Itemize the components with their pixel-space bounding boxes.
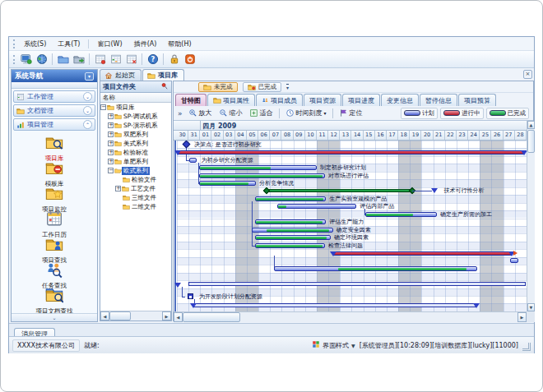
tab-项目属性[interactable]: 项目属性 xyxy=(207,94,255,106)
gantt-bar-plan[interactable] xyxy=(199,181,256,186)
nav-group-文档管理[interactable]: 文档管理⌄ xyxy=(13,104,95,117)
gantt-bar-plan[interactable] xyxy=(199,173,325,178)
gantt-时间刻度-button[interactable]: 时间刻度▾ xyxy=(283,108,329,118)
tree-expander-icon[interactable]: + xyxy=(108,159,114,164)
gantt-bar-plan[interactable] xyxy=(255,196,326,201)
scroll-up-icon[interactable]: ▲ xyxy=(527,121,535,129)
scroll-right-icon[interactable]: ▶ xyxy=(517,312,527,322)
tab-起始页[interactable]: 起始页 xyxy=(100,69,142,81)
gantt-bar-plan[interactable] xyxy=(510,258,518,263)
tab-变更信息[interactable]: 变更信息 xyxy=(381,94,419,106)
gantt-bar-summary-done[interactable] xyxy=(267,189,412,192)
gantt-定位-button[interactable]: 定位 xyxy=(336,108,365,118)
gantt-toolbar-overflow-icon[interactable]: » xyxy=(176,109,184,118)
gantt-bar-summary-plan[interactable] xyxy=(193,303,476,307)
sidebar-item-项目查找[interactable]: 项目查找 xyxy=(12,235,97,261)
resize-grip[interactable] xyxy=(522,343,531,351)
tree-item-检验标准[interactable]: +检验标准 xyxy=(100,148,171,157)
tree-item-二维文件[interactable]: 二维文件 xyxy=(100,202,171,211)
menu-1[interactable]: 系统(S) xyxy=(18,38,52,50)
sidebar-item-模板库[interactable]: 模板库 xyxy=(12,159,97,184)
tab-项目进度[interactable]: 项目进度 xyxy=(342,94,380,106)
scroll-left-icon[interactable]: ◀ xyxy=(100,311,109,321)
gantt-bar-plan[interactable] xyxy=(274,266,478,271)
tree-item-三维文件[interactable]: 三维文件 xyxy=(100,193,171,202)
tab-项目资源[interactable]: 项目资源 xyxy=(304,94,341,106)
gantt-milestone[interactable] xyxy=(431,188,438,193)
gantt-bar-summary-active[interactable] xyxy=(333,251,512,256)
gantt-bar-plan[interactable] xyxy=(365,212,436,217)
gantt-bar-plan[interactable] xyxy=(255,243,325,248)
filter-已完成[interactable]: 已完成 xyxy=(243,82,282,92)
sidebar-item-任务查找[interactable]: 任务查找 xyxy=(12,261,97,286)
filter-未完成[interactable]: 未完成 xyxy=(198,82,238,92)
tree-expander-icon[interactable]: + xyxy=(115,186,121,191)
tab-项目成员[interactable]: 项目成员 xyxy=(256,94,303,106)
toolbar-lock-button[interactable] xyxy=(166,52,182,67)
tree-expander-icon[interactable]: + xyxy=(108,131,114,137)
gantt-bar-plan[interactable] xyxy=(189,158,197,163)
toolbar-folder-export-button[interactable] xyxy=(71,52,86,67)
nav-group-工作管理[interactable]: 工作管理⌄ xyxy=(13,90,95,103)
tree-item-项目库[interactable]: −项目库 xyxy=(100,103,171,112)
tree-item-美式系列[interactable]: +美式系列 xyxy=(100,139,171,148)
tab-甘特图[interactable]: 甘特图 xyxy=(175,94,207,106)
gantt-bar-plan[interactable] xyxy=(277,204,356,209)
tree-item-SP-演示机系[interactable]: +SP-演示机系 xyxy=(100,121,171,130)
menu-3[interactable]: 窗口(W) xyxy=(91,38,128,50)
tab-项目预算[interactable]: 项目预算 xyxy=(458,94,496,106)
toolbar-globe-button[interactable] xyxy=(34,52,49,67)
close-tab-button[interactable]: × xyxy=(523,70,532,79)
nav-bottom-strip[interactable]: ⌄ xyxy=(12,313,97,321)
toolbar-help-button[interactable]: ? xyxy=(145,52,160,67)
sidebar-item-项目监控[interactable]: 项目监控 xyxy=(12,184,97,210)
tree-expander-icon[interactable]: − xyxy=(108,168,114,173)
scrollbar-thumb[interactable] xyxy=(109,311,131,321)
tree-item-工艺文件[interactable]: +工艺文件 xyxy=(100,184,171,193)
gantt-放大-button[interactable]: 放大 xyxy=(186,108,215,118)
tree-item-单肥系列[interactable]: +单肥系列 xyxy=(100,157,171,166)
sidebar-item-工作日历[interactable]: 工作日历 xyxy=(12,210,97,235)
toolbar-sched-x-button[interactable] xyxy=(123,52,139,67)
tab-项目库[interactable]: 项目库 xyxy=(142,69,184,81)
toolbar-overflow-icon[interactable]: ▾ xyxy=(286,84,289,90)
gantt-bar-plan[interactable] xyxy=(255,219,326,224)
tree-expander-icon[interactable]: + xyxy=(108,113,114,119)
pin-icon[interactable] xyxy=(160,82,169,92)
sidebar-item-项目库[interactable]: 项目库 xyxy=(12,133,97,159)
toolbar-sched-grid-button[interactable] xyxy=(108,52,123,67)
menu-2[interactable]: 工具(T) xyxy=(52,38,86,50)
menu-4[interactable]: 插件(A) xyxy=(128,38,163,50)
tree-item-SP-调试机系[interactable]: +SP-调试机系 xyxy=(100,112,171,121)
gantt-缩小-button[interactable]: 缩小 xyxy=(216,108,245,118)
note-icon[interactable] xyxy=(188,293,193,299)
gantt-bar-summary-active[interactable] xyxy=(178,150,524,154)
tab-暂停信息[interactable]: 暂停信息 xyxy=(420,94,457,106)
nav-panel-menu-icon[interactable]: ▾ xyxy=(85,72,94,81)
chevron-icon[interactable]: ⌄ xyxy=(83,92,92,101)
tree-expander-icon[interactable]: + xyxy=(108,150,114,155)
toolbar-power-button[interactable] xyxy=(182,52,197,67)
toolbar-sched-red-button[interactable] xyxy=(92,52,108,67)
tree-item-双肥系列[interactable]: +双肥系列 xyxy=(100,130,171,139)
tree-expander-icon[interactable]: + xyxy=(108,141,114,146)
ui-style-button[interactable]: 界面样式 ▼ xyxy=(312,340,355,350)
chevron-icon[interactable]: ⌄ xyxy=(83,106,92,115)
tree-item-欧式系列[interactable]: −欧式系列 xyxy=(100,166,171,175)
scroll-left-icon[interactable]: ◀ xyxy=(174,312,183,322)
gantt-bar-plan[interactable] xyxy=(252,228,333,233)
nav-collapse-strip[interactable] xyxy=(12,82,97,89)
gantt-适合-button[interactable]: 适合 xyxy=(247,108,276,118)
gantt-bar-summary-plan[interactable] xyxy=(188,282,525,286)
scroll-down-icon[interactable]: ▼ xyxy=(527,303,535,311)
nav-group-项目管理[interactable]: 项目管理⌃ xyxy=(13,118,95,131)
scroll-right-icon[interactable]: ▶ xyxy=(162,311,171,321)
menu-5[interactable]: 帮助(H) xyxy=(162,38,197,50)
gantt-bar-plan[interactable] xyxy=(255,235,331,240)
gantt-bar-plan[interactable] xyxy=(199,165,317,170)
chevron-icon[interactable]: ⌃ xyxy=(83,120,92,129)
sidebar-item-项目文档查找[interactable]: 项目文档查找 xyxy=(12,286,97,311)
tree-expander-icon[interactable]: − xyxy=(100,104,106,110)
toolbar-monitor-button[interactable] xyxy=(18,52,34,67)
scrollbar-thumb[interactable] xyxy=(527,130,535,153)
